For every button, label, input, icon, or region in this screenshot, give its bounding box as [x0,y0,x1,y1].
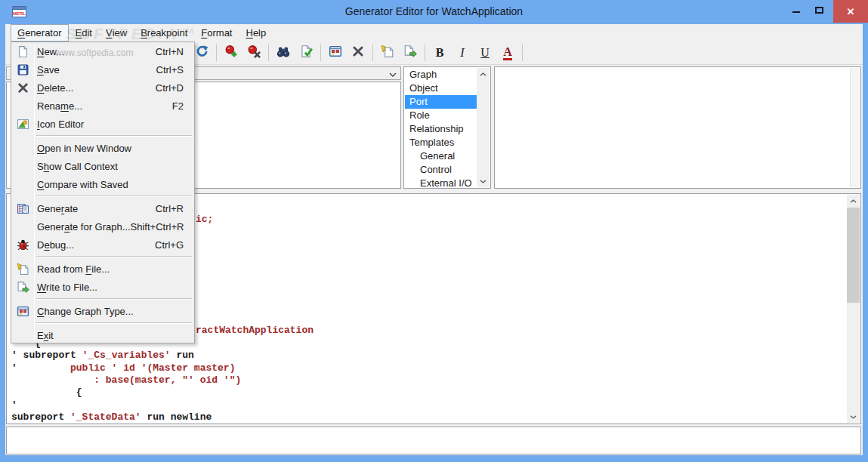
underline-button[interactable]: U [474,43,496,63]
italic-icon: I [460,46,464,60]
code-line: ic; [196,214,213,225]
menu-item-compare-with-saved[interactable]: Compare with Saved [11,175,194,193]
toolbar-separator [425,45,425,61]
menu-item-label: Open in New Window [37,143,131,154]
chevron-down-icon [389,66,397,80]
underline-icon: U [480,46,490,60]
menu-rows: New...Ctrl+NSaveCtrl+SDelete...Ctrl+DRen… [11,42,194,344]
generator-menu-dropdown: www.softpedia.com New...Ctrl+NSaveCtrl+S… [11,42,195,343]
menu-item-rename[interactable]: Rename...F2 [11,97,194,115]
font-color-icon: A [503,46,512,60]
menu-item-open-in-new-window[interactable]: Open in New Window [11,139,194,157]
menu-separator [11,320,194,326]
menubar-item-help[interactable]: Help [239,24,273,42]
menu-item-generate[interactable]: GenerateCtrl+R [11,199,194,217]
scrollbar-thumb[interactable] [847,208,860,303]
delete-button[interactable] [348,43,369,63]
minimize-icon [792,11,800,13]
menu-separator [11,133,194,139]
menu-item-label: Show Call Context [37,161,118,172]
menu-item-debug[interactable]: Debug...Ctrl+G [11,236,194,254]
code-segment: ' [11,399,17,411]
code-segment: ractWatchApplication [196,325,314,336]
list-item-templates[interactable]: Templates [405,136,477,149]
window-controls: ✕ [785,0,868,23]
titlebar: MERL Generator Editor for WatchApplicati… [0,0,868,24]
menu-item-shortcut: F2 [172,100,184,112]
validate-button[interactable] [295,43,317,63]
delete-icon [11,82,34,94]
menu-item-show-call-context[interactable]: Show Call Context [11,157,194,175]
scroll-up-icon[interactable] [477,68,490,80]
find-button[interactable] [273,43,294,63]
change-graph-type-button[interactable] [325,43,346,63]
toolbar-separator [522,45,523,61]
menubar-item-format[interactable]: Format [194,24,239,42]
menubar-item-breakpoint[interactable]: Breakpoint [134,24,194,42]
close-icon: ✕ [847,6,855,17]
preview-panel[interactable] [494,66,861,189]
menu-item-shortcut: Shift+Ctrl+R [131,221,184,233]
bold-button[interactable]: B [429,43,450,63]
code-line: ' [11,400,17,411]
menu-item-change-graph-type[interactable]: Change Graph Type... [11,302,194,320]
add-breakpoint-button[interactable] [221,43,242,63]
remove-breakpoint-icon [247,45,261,61]
menu-item-delete[interactable]: Delete...Ctrl+D [11,79,194,97]
menu-item-icon-editor[interactable]: Icon Editor [11,115,194,133]
change-graph-type-icon [11,305,34,318]
menubar-item-generator[interactable]: Generator [11,24,69,42]
debug-icon [11,239,34,251]
list-item-control[interactable]: Control [405,163,477,177]
code-segment: subreport [11,411,70,423]
list-item-role[interactable]: Role [405,109,477,122]
scroll-down-icon[interactable] [477,175,490,187]
menu-item-label: Read from File... [37,263,110,275]
menu-item-shortcut: Ctrl+G [155,239,184,251]
menu-item-generate-for-graph[interactable]: Generate for Graph...Shift+Ctrl+R [11,217,194,236]
maximize-icon [815,7,823,14]
menu-item-shortcut: Ctrl+N [156,46,184,57]
menubar: SOFTPEDIA™ GeneratorEditViewBreakpointFo… [5,24,863,42]
menu-item-write-to-file[interactable]: Write to File... [11,278,194,296]
code-line: subreport '_StateData' run newline [11,412,212,423]
write-to-file-button[interactable] [400,43,421,63]
maximize-button[interactable] [808,0,830,18]
element-list-scrollbar[interactable] [477,68,490,187]
menubar-item-edit[interactable]: Edit [69,24,99,42]
read-from-file-button[interactable] [377,43,398,63]
delete-icon [351,45,365,61]
menu-item-new[interactable]: New...Ctrl+N [11,42,194,60]
italic-button[interactable]: I [452,43,473,63]
close-button[interactable]: ✕ [833,0,868,23]
menu-item-label: Debug... [37,239,74,251]
toolbar-separator [268,45,269,61]
code-segment: public ' id '(Master master) [70,362,235,374]
code-segment: ' subreport [11,350,82,361]
editor-scrollbar[interactable] [847,195,860,423]
element-listbox: GraphObjectPortRoleRelationshipTemplates… [403,66,491,189]
list-item-general[interactable]: General [405,149,477,163]
menu-item-label: Delete... [37,82,73,94]
list-item-relationship[interactable]: Relationship [405,122,477,136]
menu-item-exit[interactable]: Exit [11,326,194,344]
list-item-port[interactable]: Port [405,95,477,109]
menu-item-read-from-file[interactable]: Read from File... [11,260,194,278]
list-item-graph[interactable]: Graph [405,68,477,82]
read-from-file-icon [11,263,34,276]
remove-breakpoint-button[interactable] [243,43,264,63]
font-color-button[interactable]: A [497,43,518,63]
code-line: ' subreport '_Cs_variables' run [11,350,194,361]
write-to-file-icon [403,45,417,61]
list-item-external-i-o[interactable]: External I/O [405,177,477,187]
menu-separator [11,193,194,199]
minimize-button[interactable] [785,0,808,18]
scroll-up-icon[interactable] [847,195,860,207]
code-line: : base(master, "' oid '") [11,375,241,386]
list-item-object[interactable]: Object [405,82,477,95]
menubar-item-view[interactable]: View [99,24,134,42]
message-panel[interactable] [6,427,861,454]
menu-item-save[interactable]: SaveCtrl+S [11,60,194,79]
scroll-down-icon[interactable] [847,411,860,423]
toolbar-separator [216,45,217,61]
